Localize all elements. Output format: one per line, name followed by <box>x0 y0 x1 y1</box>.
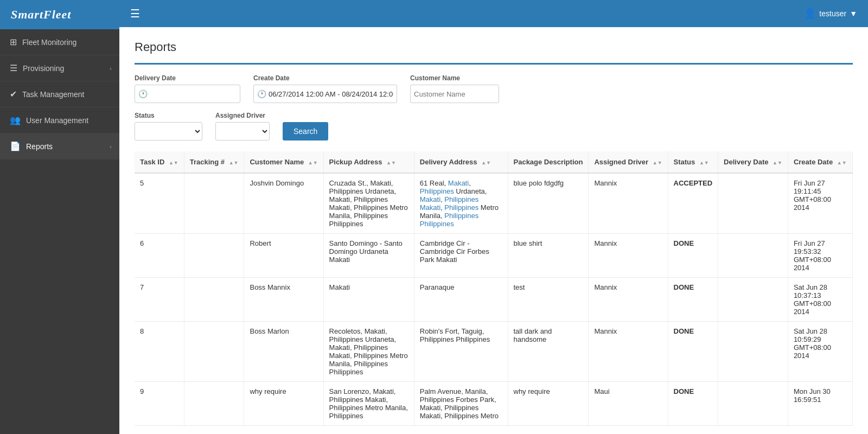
cell-package: blue polo fdgdfg <box>508 173 589 234</box>
cell-status: DONE <box>668 278 718 322</box>
customer-name-input[interactable] <box>414 90 495 98</box>
table-row: 5Joshvin DomingoCruzada St., Makati, Phi… <box>135 173 853 234</box>
sidebar: SmartFleet ⊞ Fleet Monitoring ☰ Provisio… <box>0 0 119 434</box>
cell-status: DONE <box>668 322 718 382</box>
col-header-tracking[interactable]: Tracking # ▲▼ <box>184 151 244 173</box>
username-label: testuser <box>819 9 846 18</box>
search-button[interactable]: Search <box>283 122 328 141</box>
col-header-delivery[interactable]: Delivery Address ▲▼ <box>414 151 508 173</box>
table-header-row: Task ID ▲▼ Tracking # ▲▼ Customer Name ▲… <box>135 151 853 173</box>
sidebar-item-label: Provisioning <box>23 64 64 73</box>
cell-customer: Boss Marlon <box>244 322 323 382</box>
cell-status: DONE <box>668 382 718 426</box>
report-table: Task ID ▲▼ Tracking # ▲▼ Customer Name ▲… <box>135 151 853 426</box>
create-date-filter: Create Date 🕐 <box>253 74 397 103</box>
sort-icon: ▲▼ <box>837 160 847 165</box>
user-menu[interactable]: 👤 testuser ▼ <box>804 8 857 20</box>
content-area: Reports Delivery Date 🕐 Create Date 🕐 <box>119 27 868 434</box>
cell-delivery[interactable]: 61 Real, Makati, Philippines Urdaneta, M… <box>414 173 508 234</box>
col-header-delivery-date[interactable]: Delivery Date ▲▼ <box>718 151 788 173</box>
filter-bar: Delivery Date 🕐 Create Date 🕐 Customer N… <box>135 63 853 141</box>
cell-driver: Maui <box>589 382 668 426</box>
sort-icon: ▲▼ <box>773 160 782 165</box>
sort-icon: ▲▼ <box>169 160 178 165</box>
main-area: ☰ 👤 testuser ▼ Reports Delivery Date 🕐 C… <box>119 0 868 434</box>
assigned-driver-filter: Assigned Driver Mannix Maui <box>215 112 270 141</box>
sidebar-item-label: Task Management <box>22 90 84 99</box>
cell-task-id: 7 <box>135 278 184 322</box>
sidebar-item-provisioning[interactable]: ☰ Provisioning ‹ <box>0 55 119 81</box>
customer-name-filter: Customer Name <box>410 74 499 103</box>
cell-customer: Boss Mannix <box>244 278 323 322</box>
col-header-status[interactable]: Status ▲▼ <box>668 151 718 173</box>
customer-name-label: Customer Name <box>410 74 499 82</box>
cell-task-id: 9 <box>135 382 184 426</box>
sort-icon: ▲▼ <box>229 160 239 165</box>
cell-status: ACCEPTED <box>668 173 718 234</box>
assigned-driver-label: Assigned Driver <box>215 112 270 119</box>
status-select[interactable]: ACCEPTED DONE PENDING <box>135 122 202 141</box>
cell-task-id: 8 <box>135 322 184 382</box>
sidebar-item-reports[interactable]: 📄 Reports ‹ <box>0 133 119 159</box>
cell-delivery-date <box>718 278 788 322</box>
cell-tracking <box>184 234 244 278</box>
create-date-input[interactable] <box>269 90 393 98</box>
cell-package: test <box>508 278 589 322</box>
provisioning-icon: ☰ <box>10 63 17 73</box>
sidebar-item-task-management[interactable]: ✔ Task Management <box>0 81 119 107</box>
cell-customer: Robert <box>244 234 323 278</box>
user-dropdown-arrow: ▼ <box>850 9 857 18</box>
cell-customer: Joshvin Domingo <box>244 173 323 234</box>
table-row: 9why requireSan Lorenzo, Makati, Philipp… <box>135 382 853 426</box>
delivery-date-input-wrap: 🕐 <box>135 85 240 103</box>
table-row: 6RobertSanto Domingo - Santo Domingo Urd… <box>135 234 853 278</box>
col-header-create-date[interactable]: Create Date ▲▼ <box>788 151 852 173</box>
cell-delivery: Palm Avenue, Manila, Philippines Forbes … <box>414 382 508 426</box>
cell-create-date: Fri Jun 27 19:11:45 GMT+08:00 2014 <box>788 173 852 234</box>
cell-package: blue shirt <box>508 234 589 278</box>
cell-driver: Mannix <box>589 322 668 382</box>
delivery-date-input[interactable] <box>150 90 237 98</box>
cell-delivery: Robin's Fort, Taguig, Philippines Philip… <box>414 322 508 382</box>
cell-tracking <box>184 382 244 426</box>
table-body: 5Joshvin DomingoCruzada St., Makati, Phi… <box>135 173 853 426</box>
sort-icon: ▲▼ <box>386 160 396 165</box>
cell-delivery-date <box>718 234 788 278</box>
cell-delivery: Cambridge Cir - Cambridge Cir Forbes Par… <box>414 234 508 278</box>
cell-pickup: Santo Domingo - Santo Domingo Urdaneta M… <box>323 234 414 278</box>
sidebar-item-user-management[interactable]: 👥 User Management <box>0 107 119 133</box>
delivery-date-label: Delivery Date <box>135 74 240 82</box>
cell-status: DONE <box>668 234 718 278</box>
cell-task-id: 6 <box>135 234 184 278</box>
create-date-input-wrap: 🕐 <box>253 85 397 103</box>
clock-icon-2: 🕐 <box>257 90 266 98</box>
filter-row-1: Delivery Date 🕐 Create Date 🕐 Customer N… <box>135 74 853 103</box>
cell-delivery-date <box>718 322 788 382</box>
cell-delivery-date <box>718 382 788 426</box>
app-logo: SmartFleet <box>0 0 119 29</box>
col-header-customer[interactable]: Customer Name ▲▼ <box>244 151 323 173</box>
cell-driver: Mannix <box>589 278 668 322</box>
cell-create-date: Sat Jun 28 10:37:13 GMT+08:00 2014 <box>788 278 852 322</box>
cell-tracking <box>184 173 244 234</box>
task-management-icon: ✔ <box>10 89 17 99</box>
chevron-right-icon: ‹ <box>110 65 112 72</box>
user-management-icon: 👥 <box>10 115 21 125</box>
fleet-monitoring-icon: ⊞ <box>10 37 17 47</box>
col-header-package: Package Description <box>508 151 589 173</box>
customer-name-input-wrap <box>410 85 499 103</box>
col-header-pickup[interactable]: Pickup Address ▲▼ <box>323 151 414 173</box>
assigned-driver-select[interactable]: Mannix Maui <box>215 122 270 141</box>
cell-pickup: Recoletos, Makati, Philippines Urdaneta,… <box>323 322 414 382</box>
col-header-task-id[interactable]: Task ID ▲▼ <box>135 151 184 173</box>
status-filter: Status ACCEPTED DONE PENDING <box>135 112 202 141</box>
filter-row-2: Status ACCEPTED DONE PENDING Assigned Dr… <box>135 112 853 141</box>
chevron-right-icon: ‹ <box>110 143 112 150</box>
cell-driver: Mannix <box>589 173 668 234</box>
reports-icon: 📄 <box>10 141 21 151</box>
hamburger-button[interactable]: ☰ <box>130 7 140 20</box>
sidebar-item-label: Fleet Monitoring <box>22 38 76 47</box>
sort-icon: ▲▼ <box>699 160 709 165</box>
sidebar-item-fleet-monitoring[interactable]: ⊞ Fleet Monitoring <box>0 29 119 55</box>
col-header-driver[interactable]: Assigned Driver ▲▼ <box>589 151 668 173</box>
